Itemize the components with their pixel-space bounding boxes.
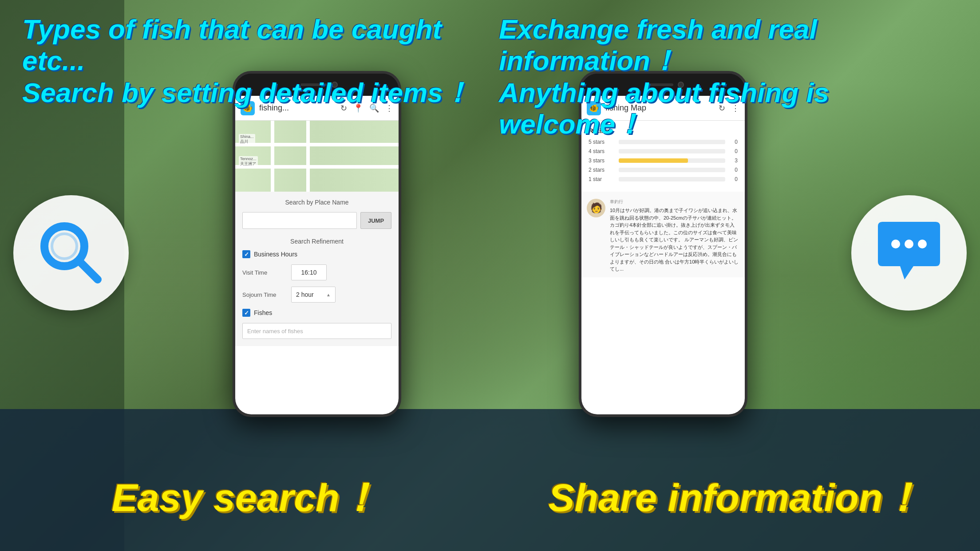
search-panel: Search by Place Name JUMP Search Refinem… bbox=[235, 192, 399, 346]
rating-label-3: 3 stars bbox=[589, 157, 615, 164]
rating-label-2: 2 stars bbox=[589, 167, 615, 173]
search-panel-title: Search by Place Name bbox=[242, 199, 391, 206]
header-right: Exchange fresh and real information！ Any… bbox=[490, 9, 967, 144]
user-avatar: 🧑 bbox=[587, 199, 605, 217]
bottom-labels: Easy search！ Share information！ bbox=[0, 472, 980, 524]
search-icon bbox=[36, 217, 107, 288]
rating-bar-bg-3 bbox=[619, 158, 725, 163]
header-left-line2: Search by setting detailed items！ bbox=[22, 77, 481, 108]
visit-time-row: Visit Time 16:10 bbox=[242, 264, 391, 280]
comment-text: 10月はサバが好調。港の奥まで子イワシが追い込まれ、水面を跳ね回る状態の中、20… bbox=[610, 207, 739, 273]
rating-label-1: 1 star bbox=[589, 176, 615, 182]
business-hours-row: ✓ Business Hours bbox=[242, 250, 391, 258]
comment-content: 車釣行 10月はサバが好調。港の奥まで子イワシが追い込まれ、水面を跳ね回る状態の… bbox=[610, 199, 739, 273]
svg-point-5 bbox=[918, 240, 927, 248]
svg-point-2 bbox=[52, 234, 77, 259]
chat-icon-circle bbox=[851, 195, 967, 311]
rating-row-1: 1 star 0 bbox=[589, 176, 738, 182]
map-road-h2 bbox=[235, 165, 399, 169]
comment-meta: 車釣行 bbox=[610, 199, 739, 205]
fishes-label: Fishes bbox=[254, 309, 272, 316]
fishes-input[interactable]: Enter names of fishes bbox=[242, 323, 391, 339]
rating-count-1: 0 bbox=[729, 176, 738, 182]
search-row: JUMP bbox=[242, 212, 391, 229]
bottom-label-left: Easy search！ bbox=[0, 472, 490, 524]
search-icon-circle bbox=[13, 195, 129, 311]
fishes-row: ✓ Fishes bbox=[242, 309, 391, 317]
comment-row: 🧑 車釣行 10月はサバが好調。港の奥まで子イワシが追い込まれ、水面を跳ね回る状… bbox=[587, 199, 739, 273]
map-label-2: Tennoz...天王洲ア bbox=[239, 156, 258, 167]
rating-bar-bg-2 bbox=[619, 168, 725, 172]
svg-point-3 bbox=[891, 240, 900, 248]
place-name-input[interactable] bbox=[242, 212, 357, 229]
fishes-checkbox[interactable]: ✓ bbox=[242, 309, 250, 317]
chat-icon bbox=[871, 217, 947, 288]
visit-time-label: Visit Time bbox=[242, 269, 291, 276]
rating-count-2: 0 bbox=[729, 167, 738, 173]
header-left: Types of fish that can be caught etc... … bbox=[13, 9, 490, 144]
rating-count-3: 3 bbox=[729, 157, 738, 164]
header-left-line1: Types of fish that can be caught etc... bbox=[22, 13, 481, 77]
sojourn-dropdown-arrow: ▲ bbox=[326, 292, 331, 297]
rating-bar-bg-1 bbox=[619, 177, 725, 181]
svg-point-4 bbox=[905, 240, 913, 248]
header-right-line2: Anything about fishing is welcome！ bbox=[499, 77, 958, 140]
comment-area: 🧑 車釣行 10月はサバが好調。港の奥まで子イワシが追い込まれ、水面を跳ね回る状… bbox=[581, 192, 745, 277]
bottom-label-right: Share information！ bbox=[490, 472, 980, 524]
checkbox-check-mark: ✓ bbox=[244, 251, 249, 258]
refinement-title: Search Refinement bbox=[242, 238, 391, 245]
rating-row-2: 2 stars 0 bbox=[589, 167, 738, 173]
header-right-line1: Exchange fresh and real information！ bbox=[499, 13, 958, 77]
visit-time-value[interactable]: 16:10 bbox=[291, 264, 327, 280]
sojourn-time-value[interactable]: 2 hour ▲ bbox=[291, 287, 336, 303]
header-area: Types of fish that can be caught etc... … bbox=[0, 0, 980, 153]
rating-row-3: 3 stars 3 bbox=[589, 157, 738, 164]
sojourn-time-label: Sojourn Time bbox=[242, 291, 291, 298]
fishes-check-mark: ✓ bbox=[244, 310, 249, 316]
business-hours-checkbox[interactable]: ✓ bbox=[242, 250, 250, 258]
sojourn-time-row: Sojourn Time 2 hour ▲ bbox=[242, 287, 391, 303]
jump-button[interactable]: JUMP bbox=[360, 212, 391, 229]
svg-line-1 bbox=[80, 262, 98, 279]
business-hours-label: Business Hours bbox=[254, 251, 297, 258]
rating-bar-fill-3 bbox=[619, 158, 688, 163]
